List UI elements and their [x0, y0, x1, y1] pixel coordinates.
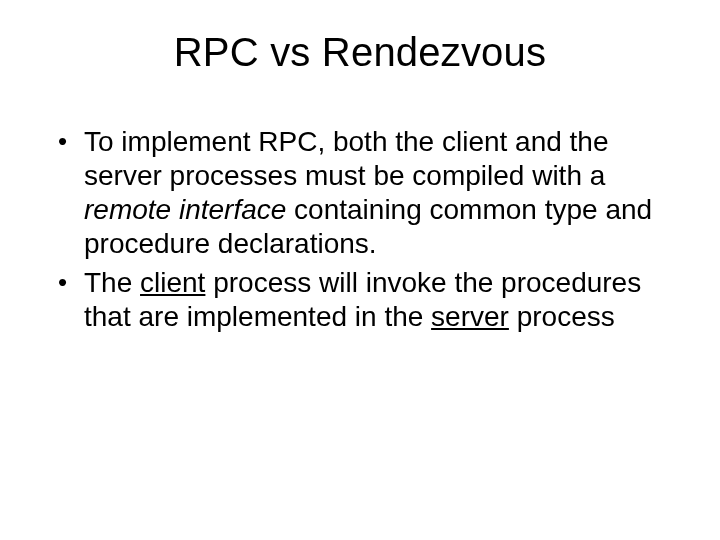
bullet-list: To implement RPC, both the client and th… — [40, 125, 680, 334]
bullet-text: process — [509, 301, 615, 332]
slide-title: RPC vs Rendezvous — [40, 30, 680, 75]
bullet-text: To implement RPC, both the client and th… — [84, 126, 609, 191]
list-item: To implement RPC, both the client and th… — [58, 125, 670, 262]
underline-text: client — [140, 267, 205, 298]
emphasis-text: remote interface — [84, 194, 286, 225]
list-item: The client process will invoke the proce… — [58, 266, 670, 334]
bullet-text: The — [84, 267, 140, 298]
slide: RPC vs Rendezvous To implement RPC, both… — [0, 0, 720, 540]
underline-text: server — [431, 301, 509, 332]
